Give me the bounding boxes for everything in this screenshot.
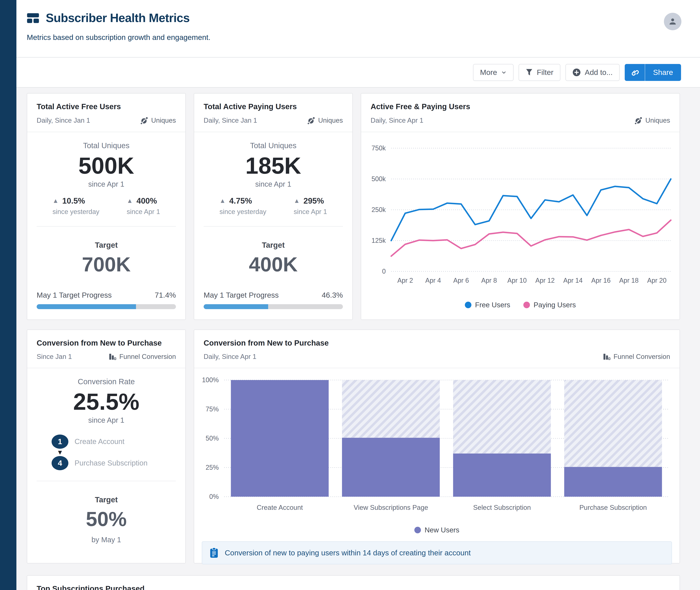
metric-type-badge: Funnel Conversion — [109, 353, 176, 361]
card-title: Conversion from New to Purchase — [37, 339, 176, 348]
svg-text:View Subscriptions Page: View Subscriptions Page — [354, 504, 428, 511]
filter-button-label: Filter — [537, 68, 554, 77]
metric-type-label: Uniques — [645, 117, 670, 124]
metric-type-badge: Uniques — [140, 116, 176, 124]
dashboard-icon — [27, 12, 39, 24]
delta-since-apr1: ▲400% since Apr 1 — [127, 196, 160, 216]
plus-circle-icon — [572, 68, 581, 77]
target-progress-fill — [37, 304, 136, 309]
svg-text:Apr 4: Apr 4 — [425, 277, 441, 284]
card-conversion-metric: Conversion from New to Purchase Since Ja… — [27, 329, 186, 563]
legend-label: New Users — [424, 526, 460, 534]
delta-since-apr1: ▲295% since Apr 1 — [294, 196, 327, 216]
target-progress-fill — [204, 304, 268, 309]
divider — [37, 481, 176, 481]
add-to-button-label: Add to... — [585, 68, 613, 77]
since-label: since Apr 1 — [27, 180, 185, 188]
link-icon — [630, 68, 639, 77]
funnel-bar-chart: 0%25%50%75%100%Create AccountView Subscr… — [194, 370, 680, 521]
delta-up-icon: ▲ — [219, 197, 226, 204]
chart-note: Conversion of new to paying users within… — [202, 541, 672, 564]
conversion-rate-value: 25.5% — [27, 389, 185, 415]
step-label: Purchase Subscription — [75, 459, 147, 467]
card-period: Daily, Since Jan 1 — [204, 117, 257, 124]
metric-type-label: Uniques — [151, 117, 176, 124]
toolbar: More Filter Add to... Share — [16, 58, 700, 88]
svg-text:Create Account: Create Account — [257, 504, 303, 511]
more-button[interactable]: More — [473, 64, 513, 81]
legend-item-paying-users[interactable]: Paying Users — [523, 301, 576, 309]
delta-label: since Apr 1 — [127, 208, 160, 216]
value-label: Total Uniques — [27, 141, 185, 150]
card-period: Daily, Since Apr 1 — [204, 353, 256, 361]
copy-link-button[interactable] — [625, 64, 645, 81]
delta-up-icon: ▲ — [53, 197, 59, 204]
total-uniques-value: 500K — [27, 153, 185, 179]
target-label: Target — [27, 241, 185, 250]
delta-label: since yesterday — [219, 208, 266, 216]
svg-text:Select Subscription: Select Subscription — [473, 504, 531, 511]
delta-value: 10.5% — [62, 196, 85, 205]
page-subtitle: Metrics based on subscription growth and… — [27, 33, 680, 42]
card-total-active-paying-users: Total Active Paying Users Daily, Since J… — [194, 93, 353, 320]
uniques-icon — [634, 116, 642, 124]
delta-value: 295% — [304, 196, 324, 205]
funnel-steps: 1 Create Account ▼ 4 Purchase Subscripti… — [27, 434, 185, 470]
step-arrow-down-icon: ▼ — [52, 449, 68, 456]
delta-up-icon: ▲ — [127, 197, 133, 204]
svg-text:750k: 750k — [372, 144, 386, 152]
legend-item-new-users[interactable]: New Users — [414, 526, 460, 534]
target-progress-bar — [204, 304, 343, 309]
card-active-free-paying-users-chart: Active Free & Paying Users Daily, Since … — [361, 93, 680, 320]
chevron-down-icon — [501, 70, 507, 75]
card-top-subscriptions-purchased: Top Subscriptions Purchased Daily, Apr-J… — [27, 575, 680, 590]
card-title: Active Free & Paying Users — [371, 102, 670, 111]
person-icon — [668, 16, 678, 27]
target-by-label: by May 1 — [27, 536, 185, 544]
target-value: 400K — [194, 253, 353, 276]
share-button-label: Share — [653, 68, 673, 77]
line-chart-legend: Free Users Paying Users — [361, 301, 680, 309]
svg-text:100%: 100% — [202, 376, 219, 384]
divider — [37, 226, 176, 226]
since-label: since Apr 1 — [27, 416, 185, 424]
svg-text:125k: 125k — [372, 237, 386, 244]
legend-item-free-users[interactable]: Free Users — [465, 301, 510, 309]
step-number-badge: 1 — [52, 434, 68, 449]
card-total-active-free-users: Total Active Free Users Daily, Since Jan… — [27, 93, 186, 320]
add-to-button[interactable]: Add to... — [566, 64, 620, 81]
progress-label: May 1 Target Progress — [204, 291, 279, 299]
share-button[interactable]: Share — [645, 64, 681, 81]
since-label: since Apr 1 — [194, 180, 353, 188]
card-period: Daily, Since Jan 1 — [37, 117, 90, 124]
filter-button[interactable]: Filter — [519, 64, 560, 81]
progress-percent: 71.4% — [155, 291, 176, 299]
svg-text:0: 0 — [382, 268, 386, 275]
card-title: Total Active Free Users — [37, 102, 176, 111]
uniques-icon — [307, 116, 315, 124]
card-title: Total Active Paying Users — [204, 102, 343, 111]
svg-text:Apr 12: Apr 12 — [535, 277, 555, 284]
card-period: Daily, Since Apr 1 — [371, 117, 423, 124]
divider — [204, 226, 343, 226]
funnel-step-2: 4 Purchase Subscription — [52, 456, 161, 470]
delta-label: since yesterday — [53, 208, 99, 216]
target-progress-bar — [37, 304, 176, 309]
legend-dot-free-users — [465, 302, 472, 308]
metric-type-label: Funnel Conversion — [119, 353, 176, 361]
target-label: Target — [27, 495, 185, 504]
delta-up-icon: ▲ — [294, 197, 300, 204]
target-value: 50% — [27, 508, 185, 530]
value-label: Total Uniques — [194, 141, 353, 150]
svg-text:Apr 16: Apr 16 — [591, 277, 610, 284]
user-avatar[interactable] — [664, 13, 681, 30]
funnel-chart-legend: New Users — [194, 526, 680, 534]
page: Subscriber Health Metrics Metrics based … — [16, 0, 700, 590]
uniques-icon — [140, 116, 148, 124]
legend-dot-paying-users — [523, 302, 530, 308]
legend-dot-new-users — [414, 527, 421, 533]
more-button-label: More — [480, 68, 497, 77]
page-title: Subscriber Health Metrics — [46, 11, 190, 25]
svg-text:Apr 20: Apr 20 — [647, 277, 667, 284]
svg-text:Apr 18: Apr 18 — [619, 277, 638, 284]
